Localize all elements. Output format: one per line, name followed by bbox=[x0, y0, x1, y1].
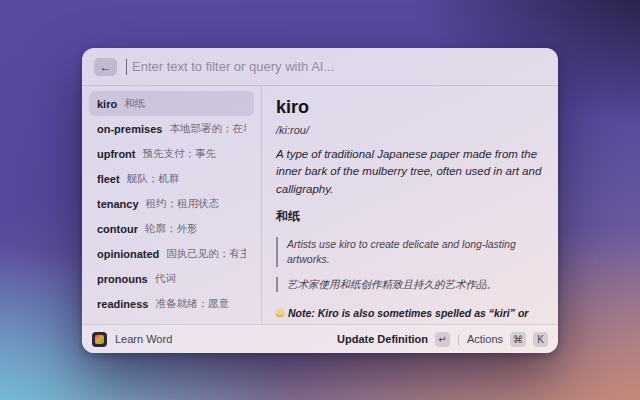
word-label: tenancy bbox=[97, 198, 139, 210]
actions-button[interactable]: Actions bbox=[467, 333, 503, 345]
word-label: kiro bbox=[97, 98, 117, 110]
toolbar-separator: | bbox=[457, 333, 460, 345]
cmd-key-icon: ⌘ bbox=[510, 332, 526, 347]
list-item-kiro[interactable]: kiro 和纸 bbox=[89, 91, 254, 116]
word-translation: 准备就绪；愿意 bbox=[155, 297, 229, 311]
word-translation: 租约；租用状态 bbox=[146, 197, 220, 211]
word-title: kiro bbox=[276, 97, 544, 118]
learn-word-window: ← kiro 和纸 on-premises 本地部署的；在场所内的 upfron… bbox=[82, 48, 558, 353]
example-sentence-zh: 艺术家使用和纸创作精致且持久的艺术作品。 bbox=[276, 277, 544, 292]
chinese-term: 和纸 bbox=[276, 208, 544, 225]
list-item-fleet[interactable]: fleet 舰队；机群 bbox=[89, 166, 254, 191]
search-input[interactable] bbox=[132, 59, 546, 74]
word-label: fleet bbox=[97, 173, 120, 185]
text-caret bbox=[126, 59, 127, 75]
back-button[interactable]: ← bbox=[94, 58, 117, 76]
example-sentence-en: Artists use kiro to create delicate and … bbox=[276, 237, 544, 267]
usage-note: Note: Kiro is also sometimes spelled as … bbox=[276, 305, 544, 324]
action-bar-right: Update Definition ↵ | Actions ⌘ K bbox=[337, 332, 548, 347]
return-key-icon: ↵ bbox=[435, 332, 450, 347]
app-name: Learn Word bbox=[115, 333, 172, 345]
lightbulb-icon bbox=[276, 309, 284, 317]
word-label: pronouns bbox=[97, 273, 148, 285]
content-area: kiro 和纸 on-premises 本地部署的；在场所内的 upfront … bbox=[82, 86, 558, 324]
word-translation: 舰队；机群 bbox=[127, 172, 180, 186]
word-translation: 轮廓；外形 bbox=[145, 222, 198, 236]
back-arrow-icon: ← bbox=[100, 60, 112, 74]
list-item-pronouns[interactable]: pronouns 代词 bbox=[89, 266, 254, 291]
action-bar: Learn Word Update Definition ↵ | Actions… bbox=[82, 324, 558, 353]
phonetic: /ki:rou/ bbox=[276, 124, 544, 136]
definition-text: A type of traditional Japanese paper mad… bbox=[276, 146, 544, 198]
word-translation: 和纸 bbox=[124, 97, 145, 111]
word-label: contour bbox=[97, 223, 138, 235]
list-item-tenancy[interactable]: tenancy 租约；租用状态 bbox=[89, 191, 254, 216]
word-label: readiness bbox=[97, 298, 148, 310]
definition-panel: kiro /ki:rou/ A type of traditional Japa… bbox=[262, 86, 558, 324]
word-label: on-premises bbox=[97, 123, 162, 135]
app-logo-icon bbox=[92, 332, 107, 347]
k-key-icon: K bbox=[533, 332, 548, 347]
word-translation: 预先支付；事先 bbox=[142, 147, 216, 161]
word-label: opinionated bbox=[97, 248, 159, 260]
search-bar: ← bbox=[82, 48, 558, 86]
word-label: upfront bbox=[97, 148, 135, 160]
list-item-on-premises[interactable]: on-premises 本地部署的；在场所内的 bbox=[89, 116, 254, 141]
usage-note-text: Note: Kiro is also sometimes spelled as … bbox=[276, 307, 528, 324]
word-translation: 代词 bbox=[155, 272, 176, 286]
word-translation: 本地部署的；在场所内的 bbox=[169, 122, 246, 136]
list-item-upfront[interactable]: upfront 预先支付；事先 bbox=[89, 141, 254, 166]
list-item-readiness[interactable]: readiness 准备就绪；愿意 bbox=[89, 291, 254, 316]
list-item-contour[interactable]: contour 轮廓；外形 bbox=[89, 216, 254, 241]
update-definition-button[interactable]: Update Definition bbox=[337, 333, 428, 345]
list-item-opinionated[interactable]: opinionated 固执己见的；有主见的 bbox=[89, 241, 254, 266]
word-list: kiro 和纸 on-premises 本地部署的；在场所内的 upfront … bbox=[82, 86, 262, 324]
word-translation: 固执己见的；有主见的 bbox=[166, 247, 246, 261]
